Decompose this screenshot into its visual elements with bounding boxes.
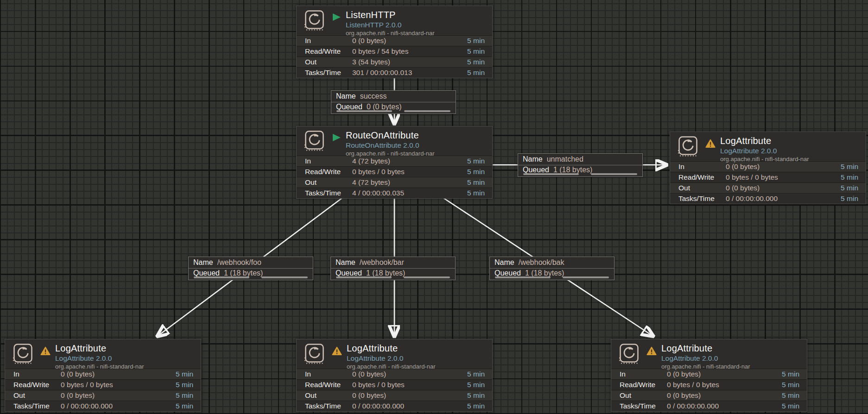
stat-value: 4 (72 bytes) — [352, 157, 390, 165]
processor-node-logattribute-unmatched[interactable]: LogAttribute LogAttribute 2.0.0 org.apac… — [670, 132, 866, 204]
stat-value: 0 / 00:00:00.000 — [667, 402, 719, 410]
stat-value: 0 (0 bytes) — [667, 391, 701, 400]
processor-name: LogAttribute — [720, 136, 809, 146]
stat-window: 5 min — [782, 381, 799, 389]
connection-name-key: Name — [523, 155, 543, 163]
processor-node-listenhttp[interactable]: ListenHTTP ListenHTTP 2.0.0 org.apache.n… — [296, 6, 493, 78]
stat-row-tasks-time: Tasks/Time 4 / 00:00:00.035 5 min — [297, 188, 492, 198]
processor-bundle: org.apache.nifi - nifi-standard-nar — [720, 155, 809, 163]
stat-label: Out — [13, 391, 61, 400]
processor-stamp-icon — [304, 343, 325, 366]
queue-size-bar — [591, 173, 637, 176]
stat-value: 0 (0 bytes) — [352, 391, 386, 400]
processor-node-logattribute-bar[interactable]: LogAttribute LogAttribute 2.0.0 org.apac… — [296, 339, 493, 412]
stat-label: Read/Write — [305, 381, 352, 389]
connection-name-value: /webhook/foo — [217, 258, 261, 267]
connection-name-row: Name unmatched — [518, 154, 642, 165]
connection-queued-value: 0 (0 bytes) — [367, 103, 402, 111]
connection-name-value: success — [360, 92, 387, 100]
processor-stats: In 0 (0 bytes) 5 min Read/Write 0 bytes … — [5, 369, 201, 411]
stat-value: 0 / 00:00:00.000 — [352, 402, 404, 410]
stat-label: In — [305, 37, 352, 45]
connection-label-unmatched[interactable]: Name unmatched Queued 1 (18 bytes) — [518, 153, 643, 177]
stat-row-read-write: Read/Write 0 bytes / 0 bytes 5 min — [297, 379, 492, 390]
stat-window: 5 min — [467, 370, 485, 378]
warning-icon — [332, 346, 342, 358]
connection-name-key: Name — [193, 258, 213, 267]
processor-stamp-icon — [619, 343, 640, 366]
stat-window: 5 min — [176, 391, 193, 400]
stat-label: Out — [305, 178, 352, 187]
stat-window: 5 min — [841, 163, 858, 171]
run-status-play-icon — [332, 133, 341, 144]
processor-name: LogAttribute — [347, 343, 436, 354]
processor-header: LogAttribute LogAttribute 2.0.0 org.apac… — [297, 339, 492, 369]
connection-label-webhook-foo[interactable]: Name /webhook/foo Queued 1 (18 bytes) — [188, 257, 313, 280]
connection-queued-value: 1 (18 bytes) — [525, 269, 564, 277]
stat-window: 5 min — [467, 47, 485, 56]
connection-name-row: Name /webhook/bak — [490, 257, 614, 268]
processor-stats: In 0 (0 bytes) 5 min Read/Write 0 bytes … — [670, 161, 866, 204]
connection-label-webhook-bak[interactable]: Name /webhook/bak Queued 1 (18 bytes) — [489, 257, 615, 280]
stat-row-tasks-time: Tasks/Time 0 / 00:00:00.000 5 min — [297, 401, 492, 411]
stat-window: 5 min — [782, 370, 799, 378]
processor-header: LogAttribute LogAttribute 2.0.0 org.apac… — [670, 132, 866, 161]
connection-label-webhook-bar[interactable]: Name /webhook/bar Queued 1 (18 bytes) — [330, 257, 456, 280]
stat-value: 4 (72 bytes) — [352, 178, 390, 187]
processor-stats: In 0 (0 bytes) 5 min Read/Write 0 bytes … — [297, 35, 492, 78]
nifi-flow-canvas[interactable]: ListenHTTP ListenHTTP 2.0.0 org.apache.n… — [0, 0, 868, 414]
processor-node-logattribute-bak[interactable]: LogAttribute LogAttribute 2.0.0 org.apac… — [611, 339, 807, 412]
queue-count-bar — [523, 173, 579, 176]
stat-label: Tasks/Time — [305, 69, 352, 77]
stat-window: 5 min — [467, 69, 485, 77]
stat-window: 5 min — [841, 184, 858, 192]
connection-label-success[interactable]: Name success Queued 0 (0 bytes) — [331, 90, 456, 114]
connection-queued-key: Queued — [494, 269, 521, 277]
stat-value: 0 bytes / 0 bytes — [726, 173, 778, 182]
stat-value: 0 / 00:00:00.000 — [726, 194, 778, 203]
stat-window: 5 min — [467, 37, 485, 45]
stat-label: Read/Write — [305, 168, 352, 176]
processor-version: ListenHTTP 2.0.0 — [346, 20, 435, 29]
stat-label: In — [305, 370, 352, 378]
stat-label: Tasks/Time — [305, 189, 352, 197]
stat-value: 3 (54 bytes) — [352, 58, 390, 66]
stat-row-tasks-time: Tasks/Time 0 / 00:00:00.000 5 min — [670, 193, 866, 204]
processor-name: LogAttribute — [55, 343, 144, 354]
stat-window: 5 min — [467, 189, 485, 197]
stat-label: Read/Write — [620, 381, 667, 389]
stat-window: 5 min — [467, 168, 485, 176]
stat-value: 0 bytes / 0 bytes — [352, 381, 405, 389]
stat-row-out: Out 3 (54 bytes) 5 min — [297, 56, 492, 67]
stat-value: 301 / 00:00:00.013 — [352, 69, 412, 77]
processor-name: RouteOnAttribute — [346, 130, 435, 141]
processor-bundle: org.apache.nifi - nifi-standard-nar — [661, 363, 750, 370]
stat-row-read-write: Read/Write 0 bytes / 0 bytes 5 min — [297, 166, 492, 177]
connection-name-value: /webhook/bar — [360, 258, 404, 267]
run-status-play-icon — [332, 13, 341, 23]
stat-window: 5 min — [782, 391, 799, 400]
connection-name-key: Name — [336, 92, 356, 100]
stat-row-read-write: Read/Write 0 bytes / 0 bytes 5 min — [670, 172, 866, 182]
processor-stamp-icon — [13, 343, 34, 366]
connection-queued-value: 1 (18 bytes) — [366, 269, 405, 277]
processor-stamp-icon — [304, 10, 325, 33]
processor-titles: LogAttribute LogAttribute 2.0.0 org.apac… — [720, 136, 809, 163]
processor-bundle: org.apache.nifi - nifi-standard-nar — [347, 363, 436, 370]
connection-name-row: Name /webhook/bar — [331, 257, 455, 268]
stat-value: 0 (0 bytes) — [352, 37, 386, 45]
stat-label: In — [678, 163, 726, 171]
stat-window: 5 min — [176, 370, 193, 378]
stat-window: 5 min — [841, 173, 858, 182]
processor-bundle: org.apache.nifi - nifi-standard-nar — [346, 150, 435, 157]
stat-label: In — [620, 370, 667, 378]
stat-label: Tasks/Time — [305, 402, 352, 410]
processor-titles: LogAttribute LogAttribute 2.0.0 org.apac… — [55, 343, 144, 370]
processor-node-logattribute-foo[interactable]: LogAttribute LogAttribute 2.0.0 org.apac… — [5, 339, 201, 412]
stat-value: 0 / 00:00:00.000 — [61, 402, 113, 410]
processor-titles: RouteOnAttribute RouteOnAttribute 2.0.0 … — [346, 130, 435, 157]
queue-size-bar — [404, 110, 450, 113]
processor-node-routeonattribute[interactable]: RouteOnAttribute RouteOnAttribute 2.0.0 … — [296, 126, 493, 199]
warning-icon — [705, 139, 716, 150]
processor-stats: In 4 (72 bytes) 5 min Read/Write 0 bytes… — [297, 156, 492, 198]
